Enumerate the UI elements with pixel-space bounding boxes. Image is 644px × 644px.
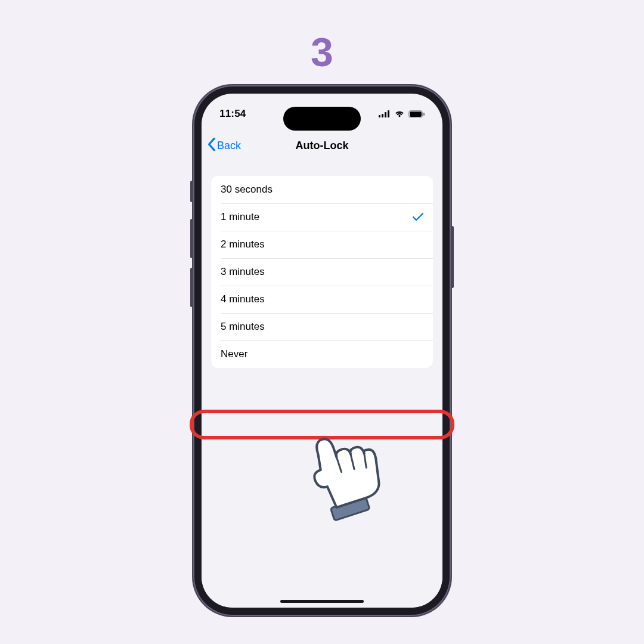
svg-rect-5 [410, 112, 422, 117]
auto-lock-option[interactable]: 30 seconds [211, 176, 433, 203]
side-button-power [451, 226, 454, 288]
option-label: 4 minutes [221, 293, 265, 305]
settings-content: 30 seconds1 minute2 minutes3 minutes4 mi… [202, 171, 442, 608]
option-label: 1 minute [221, 211, 259, 223]
nav-header: Back Auto-Lock [202, 132, 442, 159]
dynamic-island [283, 107, 361, 131]
checkmark-icon [413, 212, 423, 222]
auto-lock-option[interactable]: Never [211, 340, 433, 368]
option-label: 30 seconds [221, 184, 273, 196]
phone-mockup: 11:54 [193, 85, 451, 616]
option-label: 3 minutes [221, 266, 265, 278]
svg-rect-1 [382, 114, 383, 117]
option-label: Never [221, 348, 247, 360]
cellular-signal-icon [379, 110, 391, 117]
auto-lock-option[interactable]: 4 minutes [211, 286, 433, 313]
back-label: Back [217, 140, 241, 152]
step-number: 3 [0, 29, 644, 75]
auto-lock-option[interactable]: 1 minute [211, 203, 433, 231]
back-button[interactable]: Back [208, 138, 241, 154]
home-indicator [280, 600, 364, 603]
chevron-left-icon [208, 138, 217, 154]
wifi-icon [394, 110, 405, 117]
auto-lock-option[interactable]: 5 minutes [211, 313, 433, 340]
svg-rect-6 [423, 113, 425, 116]
auto-lock-option[interactable]: 3 minutes [211, 258, 433, 286]
battery-icon [408, 110, 425, 118]
svg-rect-3 [388, 110, 389, 117]
option-label: 2 minutes [221, 239, 265, 250]
svg-rect-2 [385, 112, 386, 117]
status-time: 11:54 [219, 108, 246, 120]
option-label: 5 minutes [221, 321, 265, 333]
phone-screen: 11:54 [202, 94, 442, 608]
auto-lock-options-list: 30 seconds1 minute2 minutes3 minutes4 mi… [211, 176, 433, 368]
svg-rect-0 [379, 115, 380, 117]
auto-lock-option[interactable]: 2 minutes [211, 231, 433, 258]
